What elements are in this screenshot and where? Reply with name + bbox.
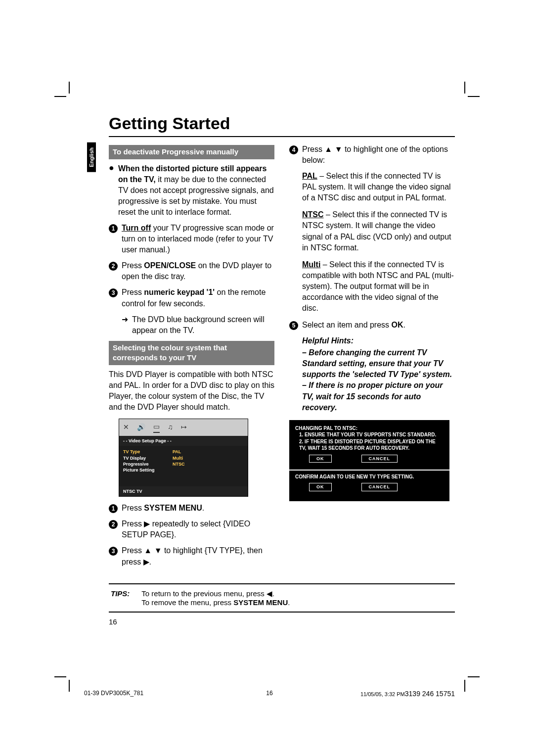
dialog-text: 2. IF THERE IS DISTORTED PICTURE DISPLAY… (295, 438, 444, 452)
page-title: Getting Started (109, 114, 455, 137)
exit-icon: ↦ (181, 423, 187, 432)
cropmark-icon (455, 667, 475, 687)
body-text: This DVD Player is compatible with both … (109, 369, 274, 413)
cancel-button[interactable]: CANCEL (361, 483, 398, 491)
video-setup-icon: ▭ (153, 422, 160, 432)
step-4-icon: 4 (289, 144, 298, 166)
tips-text: To return to the previous menu, press ◀.… (141, 589, 290, 607)
hints-text: – Before changing the current TV Standar… (302, 347, 455, 380)
step-2-icon: 2 (109, 519, 118, 540)
osd-menu: ✕ 🔊 ▭ ♫ ↦ - - Video Setup Page - - TV Ty… (119, 419, 248, 497)
page-content: English Getting Started To deactivate Pr… (109, 114, 455, 672)
option-pal: PAL – Select this if the connected TV is… (302, 171, 455, 203)
osd-row: Picture Setting (123, 467, 244, 473)
osd-title: - - Video Setup Page - - (119, 436, 248, 446)
tips-label: TIPS: (111, 589, 130, 607)
body-text: Turn off your TV progressive scan mode o… (122, 223, 274, 255)
option-ntsc: NTSC – Select this if the connected TV i… (302, 209, 455, 253)
dialog-heading: CONFIRM AGAIN TO USE NEW TV TYPE SETTING… (295, 473, 444, 480)
option-multi: Multi – Select this if the connected TV … (302, 259, 455, 314)
general-setup-icon: ✕ (123, 423, 129, 432)
left-column: To deactivate Progressive manually ● Whe… (109, 142, 274, 572)
print-footer: 01-39 DVP3005K_781 16 11/05/05, 3:32 PM3… (84, 690, 455, 698)
section-heading-deactivate: To deactivate Progressive manually (109, 145, 274, 159)
arrow-icon: ➜ (122, 314, 128, 336)
cropmark-icon (455, 87, 475, 106)
body-text: Press ▶ repeatedly to select {VIDEO SETU… (122, 519, 274, 540)
footer-pagenum: 16 (266, 690, 272, 697)
osd-row: ProgressiveNTSC (123, 461, 244, 467)
step-3-icon: 3 (109, 287, 118, 309)
step-1-icon: 1 (109, 223, 118, 255)
dialog-heading: CHANGING PAL TO NTSC: (295, 425, 444, 432)
page-number: 16 (109, 617, 455, 626)
section-heading-colour: Selecting the colour system that corresp… (109, 341, 274, 365)
body-text: Select an item and press OK. (302, 320, 405, 331)
tips-bar: TIPS: To return to the previous menu, pr… (109, 583, 455, 613)
right-column: 4 Press ▲ ▼ to highlight one of the opti… (289, 142, 455, 572)
body-text: Press SYSTEM MENU. (122, 503, 204, 514)
body-text: Press ▲ ▼ to highlight {TV TYPE}, then p… (122, 545, 274, 567)
language-tab: English (87, 142, 96, 172)
osd-footer: NTSC TV (119, 486, 248, 496)
body-text: The DVD blue background screen will appe… (132, 314, 274, 336)
ok-button[interactable]: OK (309, 455, 332, 463)
audio-setup-icon: 🔊 (137, 423, 145, 432)
cancel-button[interactable]: CANCEL (361, 455, 398, 463)
cropmark-icon (59, 667, 79, 687)
step-2-icon: 2 (109, 260, 118, 282)
manual-page: English Getting Started To deactivate Pr… (0, 0, 534, 756)
step-1-icon: 1 (109, 503, 118, 514)
cropmark-icon (59, 87, 79, 106)
dialog-text: 1. ENSURE THAT YOUR TV SUPPORTS NTSC STA… (295, 431, 444, 438)
body-text: Press numeric keypad '1' on the remote c… (122, 287, 274, 309)
confirmation-dialog: CHANGING PAL TO NTSC: 1. ENSURE THAT YOU… (289, 420, 449, 501)
body-text: Press OPEN/CLOSE on the DVD player to op… (122, 260, 274, 282)
step-3-icon: 3 (109, 545, 118, 567)
footer-filename: 01-39 DVP3005K_781 (84, 690, 143, 698)
body-text: Press ▲ ▼ to highlight one of the option… (302, 144, 455, 166)
hints-text: – If there is no proper picture on your … (302, 380, 455, 413)
step-5-icon: 5 (289, 320, 298, 331)
osd-tab-icons: ✕ 🔊 ▭ ♫ ↦ (119, 419, 248, 435)
preference-icon: ♫ (168, 423, 173, 432)
osd-row: TV TypePAL (123, 449, 244, 455)
hints-heading: Helpful Hints: (302, 335, 455, 346)
body-text: When the distorted picture still appears… (118, 163, 274, 218)
ok-button[interactable]: OK (309, 483, 332, 491)
bullet-icon: ● (109, 163, 114, 218)
osd-row: TV DisplayMulti (123, 455, 244, 461)
footer-meta: 11/05/05, 3:32 PM3139 246 15751 (360, 690, 455, 698)
